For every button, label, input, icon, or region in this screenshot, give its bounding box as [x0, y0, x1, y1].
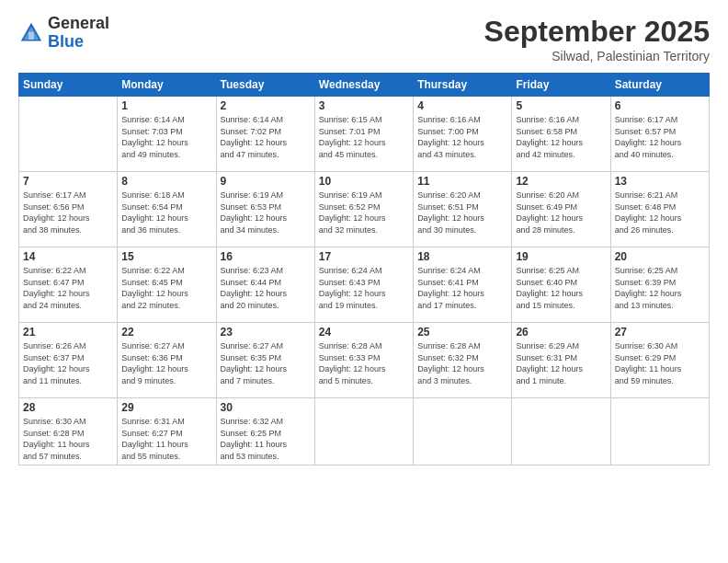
logo-icon [18, 20, 44, 46]
day-header-monday: Monday [118, 74, 216, 97]
day-info: Sunrise: 6:16 AM Sunset: 7:00 PM Dayligh… [417, 114, 507, 160]
calendar-week-0: 1Sunrise: 6:14 AM Sunset: 7:03 PM Daylig… [19, 97, 710, 172]
day-info: Sunrise: 6:28 AM Sunset: 6:33 PM Dayligh… [319, 340, 409, 386]
svg-rect-2 [28, 31, 34, 39]
day-number: 17 [319, 250, 409, 263]
calendar-cell: 1Sunrise: 6:14 AM Sunset: 7:03 PM Daylig… [118, 97, 216, 172]
day-number: 20 [615, 250, 705, 263]
day-number: 8 [121, 175, 211, 188]
day-header-sunday: Sunday [19, 74, 118, 97]
calendar: SundayMondayTuesdayWednesdayThursdayFrid… [18, 73, 710, 465]
calendar-cell: 18Sunrise: 6:24 AM Sunset: 6:41 PM Dayli… [414, 247, 512, 323]
day-header-friday: Friday [512, 74, 610, 97]
day-number: 3 [319, 99, 409, 112]
day-info: Sunrise: 6:20 AM Sunset: 6:51 PM Dayligh… [417, 190, 507, 236]
day-info: Sunrise: 6:24 AM Sunset: 6:43 PM Dayligh… [319, 265, 409, 311]
day-info: Sunrise: 6:26 AM Sunset: 6:37 PM Dayligh… [23, 340, 113, 386]
header: General Blue September 2025 Silwad, Pale… [18, 15, 710, 63]
day-info: Sunrise: 6:28 AM Sunset: 6:32 PM Dayligh… [417, 340, 507, 386]
day-info: Sunrise: 6:19 AM Sunset: 6:53 PM Dayligh… [221, 190, 311, 236]
calendar-cell: 5Sunrise: 6:16 AM Sunset: 6:58 PM Daylig… [512, 97, 610, 172]
calendar-week-2: 14Sunrise: 6:22 AM Sunset: 6:47 PM Dayli… [19, 247, 710, 323]
day-info: Sunrise: 6:22 AM Sunset: 6:45 PM Dayligh… [121, 265, 211, 311]
page: General Blue September 2025 Silwad, Pale… [0, 0, 728, 563]
day-info: Sunrise: 6:30 AM Sunset: 6:28 PM Dayligh… [23, 416, 113, 462]
day-info: Sunrise: 6:14 AM Sunset: 7:02 PM Dayligh… [221, 114, 311, 160]
calendar-cell: 12Sunrise: 6:20 AM Sunset: 6:49 PM Dayli… [512, 172, 610, 247]
calendar-cell [512, 398, 610, 465]
day-number: 5 [516, 99, 606, 112]
day-number: 1 [121, 99, 211, 112]
day-info: Sunrise: 6:19 AM Sunset: 6:52 PM Dayligh… [319, 190, 409, 236]
day-number: 2 [221, 99, 311, 112]
day-number: 22 [121, 326, 211, 339]
day-info: Sunrise: 6:31 AM Sunset: 6:27 PM Dayligh… [121, 416, 211, 462]
calendar-cell: 30Sunrise: 6:32 AM Sunset: 6:25 PM Dayli… [216, 398, 314, 465]
calendar-cell: 20Sunrise: 6:25 AM Sunset: 6:39 PM Dayli… [610, 247, 709, 323]
day-number: 10 [319, 175, 409, 188]
day-info: Sunrise: 6:24 AM Sunset: 6:41 PM Dayligh… [417, 265, 507, 311]
day-info: Sunrise: 6:30 AM Sunset: 6:29 PM Dayligh… [615, 340, 705, 386]
day-info: Sunrise: 6:14 AM Sunset: 7:03 PM Dayligh… [121, 114, 211, 160]
calendar-cell: 22Sunrise: 6:27 AM Sunset: 6:36 PM Dayli… [118, 323, 216, 398]
day-info: Sunrise: 6:23 AM Sunset: 6:44 PM Dayligh… [221, 265, 311, 311]
calendar-cell: 14Sunrise: 6:22 AM Sunset: 6:47 PM Dayli… [19, 247, 118, 323]
calendar-cell: 24Sunrise: 6:28 AM Sunset: 6:33 PM Dayli… [314, 323, 413, 398]
day-number: 15 [121, 250, 211, 263]
calendar-cell [610, 398, 709, 465]
calendar-cell [414, 398, 512, 465]
calendar-cell: 8Sunrise: 6:18 AM Sunset: 6:54 PM Daylig… [118, 172, 216, 247]
day-info: Sunrise: 6:16 AM Sunset: 6:58 PM Dayligh… [516, 114, 606, 160]
day-header-tuesday: Tuesday [216, 74, 314, 97]
day-number: 6 [615, 99, 705, 112]
day-number: 25 [417, 326, 507, 339]
calendar-cell: 26Sunrise: 6:29 AM Sunset: 6:31 PM Dayli… [512, 323, 610, 398]
calendar-week-1: 7Sunrise: 6:17 AM Sunset: 6:56 PM Daylig… [19, 172, 710, 247]
day-number: 14 [23, 250, 113, 263]
calendar-cell: 4Sunrise: 6:16 AM Sunset: 7:00 PM Daylig… [414, 97, 512, 172]
calendar-cell: 21Sunrise: 6:26 AM Sunset: 6:37 PM Dayli… [19, 323, 118, 398]
day-info: Sunrise: 6:25 AM Sunset: 6:39 PM Dayligh… [615, 265, 705, 311]
logo-general: General [48, 15, 109, 33]
calendar-cell: 11Sunrise: 6:20 AM Sunset: 6:51 PM Dayli… [414, 172, 512, 247]
day-number: 27 [615, 326, 705, 339]
calendar-cell: 25Sunrise: 6:28 AM Sunset: 6:32 PM Dayli… [414, 323, 512, 398]
day-info: Sunrise: 6:15 AM Sunset: 7:01 PM Dayligh… [319, 114, 409, 160]
day-number: 11 [417, 175, 507, 188]
day-number: 30 [221, 401, 311, 414]
logo-text: General Blue [48, 15, 109, 52]
day-header-saturday: Saturday [610, 74, 709, 97]
day-info: Sunrise: 6:25 AM Sunset: 6:40 PM Dayligh… [516, 265, 606, 311]
day-number: 16 [221, 250, 311, 263]
calendar-cell: 2Sunrise: 6:14 AM Sunset: 7:02 PM Daylig… [216, 97, 314, 172]
calendar-cell [19, 97, 118, 172]
day-info: Sunrise: 6:22 AM Sunset: 6:47 PM Dayligh… [23, 265, 113, 311]
day-number: 4 [417, 99, 507, 112]
day-number: 21 [23, 326, 113, 339]
logo: General Blue [18, 15, 109, 52]
month-title: September 2025 [484, 15, 710, 49]
day-info: Sunrise: 6:21 AM Sunset: 6:48 PM Dayligh… [615, 190, 705, 236]
day-info: Sunrise: 6:17 AM Sunset: 6:56 PM Dayligh… [23, 190, 113, 236]
calendar-cell: 23Sunrise: 6:27 AM Sunset: 6:35 PM Dayli… [216, 323, 314, 398]
day-info: Sunrise: 6:18 AM Sunset: 6:54 PM Dayligh… [121, 190, 211, 236]
calendar-cell: 19Sunrise: 6:25 AM Sunset: 6:40 PM Dayli… [512, 247, 610, 323]
day-number: 13 [615, 175, 705, 188]
day-number: 19 [516, 250, 606, 263]
day-number: 29 [121, 401, 211, 414]
day-number: 26 [516, 326, 606, 339]
calendar-cell: 3Sunrise: 6:15 AM Sunset: 7:01 PM Daylig… [314, 97, 413, 172]
day-info: Sunrise: 6:27 AM Sunset: 6:36 PM Dayligh… [121, 340, 211, 386]
day-number: 18 [417, 250, 507, 263]
calendar-cell: 9Sunrise: 6:19 AM Sunset: 6:53 PM Daylig… [216, 172, 314, 247]
calendar-cell: 13Sunrise: 6:21 AM Sunset: 6:48 PM Dayli… [610, 172, 709, 247]
calendar-cell: 29Sunrise: 6:31 AM Sunset: 6:27 PM Dayli… [118, 398, 216, 465]
day-info: Sunrise: 6:29 AM Sunset: 6:31 PM Dayligh… [516, 340, 606, 386]
day-number: 24 [319, 326, 409, 339]
calendar-cell: 16Sunrise: 6:23 AM Sunset: 6:44 PM Dayli… [216, 247, 314, 323]
day-number: 23 [221, 326, 311, 339]
location-subtitle: Silwad, Palestinian Territory [484, 49, 710, 63]
day-number: 7 [23, 175, 113, 188]
calendar-cell: 10Sunrise: 6:19 AM Sunset: 6:52 PM Dayli… [314, 172, 413, 247]
calendar-cell: 28Sunrise: 6:30 AM Sunset: 6:28 PM Dayli… [19, 398, 118, 465]
